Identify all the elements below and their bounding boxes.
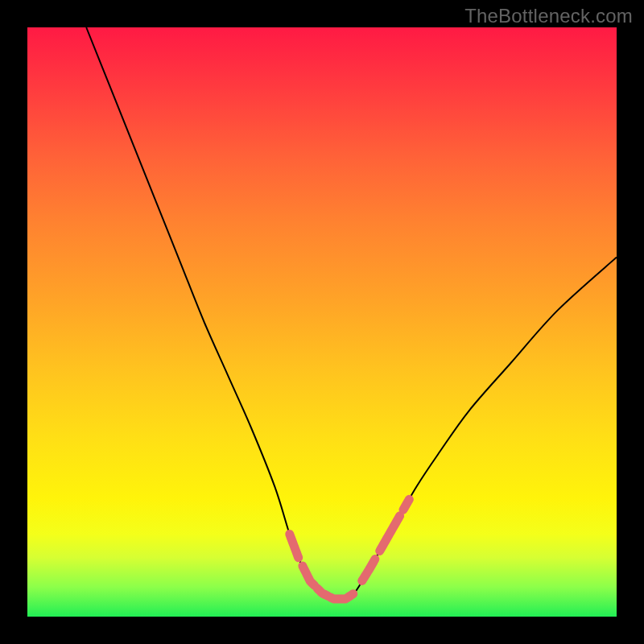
plot-area (27, 27, 617, 617)
dot-segment-2 (317, 588, 328, 597)
chart-svg (27, 27, 617, 617)
dot-segment-5 (380, 516, 400, 551)
dot-segment-3 (331, 594, 353, 599)
chart-frame: TheBottleneck.com (0, 0, 644, 644)
watermark-text: TheBottleneck.com (464, 5, 633, 27)
dot-segment-4 (362, 559, 375, 581)
dot-segment-6 (403, 499, 409, 510)
dot-segment-1 (303, 566, 315, 585)
curve-dot-highlights (290, 499, 410, 599)
bottleneck-curve (86, 27, 617, 600)
dot-segment-0 (290, 535, 299, 558)
